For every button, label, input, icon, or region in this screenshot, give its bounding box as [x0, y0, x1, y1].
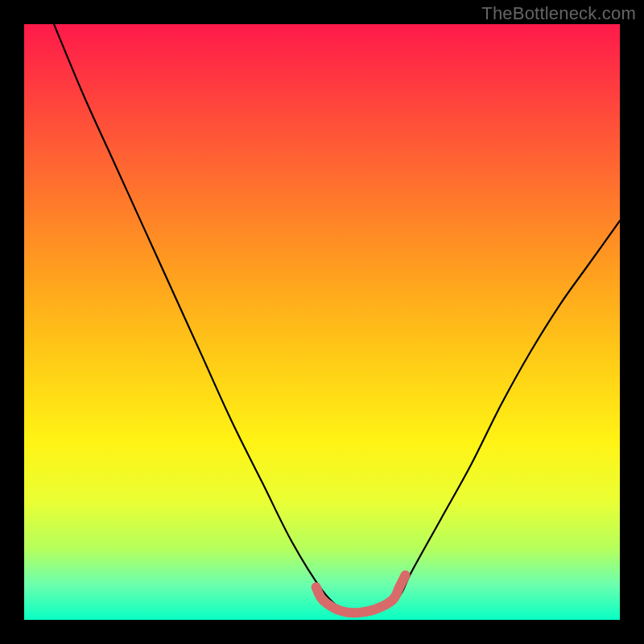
plot-area [24, 24, 620, 620]
optimal-range-path [316, 576, 406, 613]
chart-frame: TheBottleneck.com [0, 0, 644, 644]
bottleneck-curve-path [54, 24, 620, 615]
watermark-label: TheBottleneck.com [481, 3, 636, 24]
curve-svg [24, 24, 620, 620]
